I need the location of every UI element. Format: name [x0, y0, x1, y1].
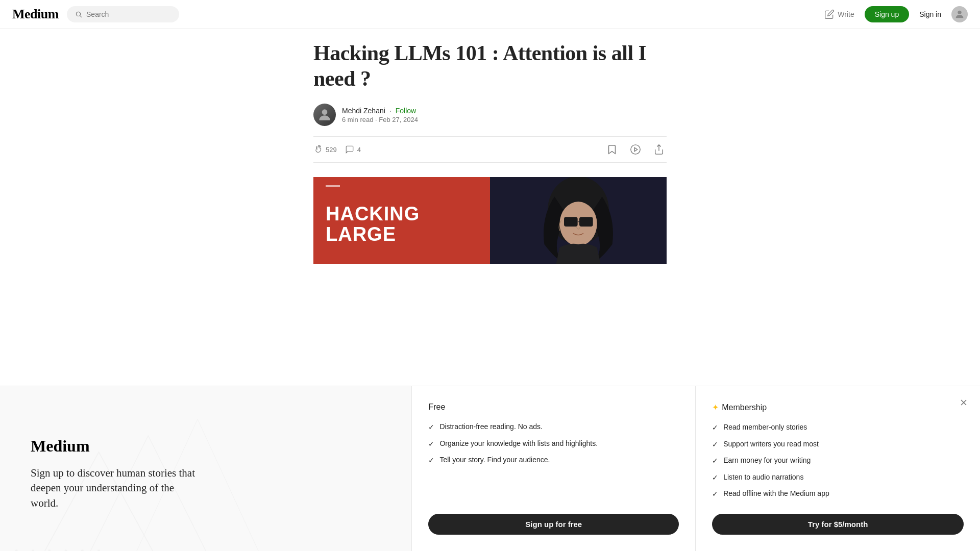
hero-red-panel: HACKING LARGE — [313, 177, 490, 264]
search-input[interactable] — [86, 10, 171, 18]
share-icon — [653, 144, 665, 155]
clap-icon — [313, 145, 323, 154]
signin-link[interactable]: Sign in — [919, 10, 941, 18]
write-button[interactable]: Write — [824, 9, 854, 19]
author-avatar[interactable] — [313, 104, 336, 126]
claps-count: 529 — [326, 146, 337, 154]
svg-rect-10 — [579, 217, 593, 227]
svg-point-0 — [76, 12, 80, 16]
nav-right: Write Sign up Sign in — [824, 6, 968, 22]
listen-button[interactable] — [628, 142, 643, 157]
avatar[interactable] — [951, 6, 968, 22]
article-container: Hacking LLMs 101 : Attention is all I ne… — [301, 0, 679, 264]
author-name[interactable]: Mehdi Zehani — [342, 107, 385, 115]
comments-count: 4 — [357, 146, 361, 154]
save-button[interactable] — [604, 142, 620, 157]
author-row: Mehdi Zehani · Follow 6 min read · Feb 2… — [313, 104, 667, 126]
stats-right — [604, 142, 667, 157]
svg-point-2 — [958, 11, 961, 14]
claps-stat[interactable]: 529 — [313, 145, 337, 154]
article-date: 6 min read · Feb 27, 2024 — [342, 116, 418, 123]
publish-date: Feb 27, 2024 — [379, 116, 418, 123]
hero-image: HACKING LARGE — [313, 177, 667, 264]
comment-icon — [345, 145, 354, 154]
author-meta: Mehdi Zehani · Follow 6 min read · Feb 2… — [342, 107, 418, 123]
read-time: 6 min read — [342, 116, 373, 123]
author-avatar-icon — [316, 107, 333, 123]
stats-bar: 529 4 — [313, 136, 667, 163]
comments-stat[interactable]: 4 — [345, 145, 361, 154]
follow-button[interactable]: Follow — [396, 107, 416, 115]
face-illustration — [527, 177, 629, 264]
svg-rect-9 — [564, 217, 578, 227]
search-bar[interactable] — [67, 6, 179, 22]
navbar: Medium Write Sign up Sign in — [0, 0, 980, 29]
svg-line-1 — [80, 16, 82, 17]
svg-point-4 — [631, 145, 640, 154]
svg-point-3 — [322, 109, 328, 115]
write-label: Write — [838, 10, 854, 18]
hero-text-line1: HACKING LARGE — [326, 204, 420, 245]
hero-image-inner: HACKING LARGE — [313, 177, 667, 264]
signup-button[interactable]: Sign up — [865, 6, 909, 22]
write-icon — [824, 9, 835, 19]
svg-marker-5 — [634, 147, 638, 151]
share-button[interactable] — [651, 142, 667, 157]
article-title: Hacking LLMs 101 : Attention is all I ne… — [313, 41, 667, 91]
medium-logo[interactable]: Medium — [12, 7, 59, 22]
bookmark-icon — [606, 144, 618, 155]
stats-left: 529 4 — [313, 145, 361, 154]
author-name-row: Mehdi Zehani · Follow — [342, 107, 418, 115]
user-icon — [954, 9, 965, 20]
play-icon — [630, 144, 641, 155]
search-icon — [75, 10, 82, 18]
author-dot: · — [389, 107, 391, 115]
hero-image-container: HACKING LARGE — [313, 177, 667, 264]
hero-dark-panel — [490, 177, 667, 264]
